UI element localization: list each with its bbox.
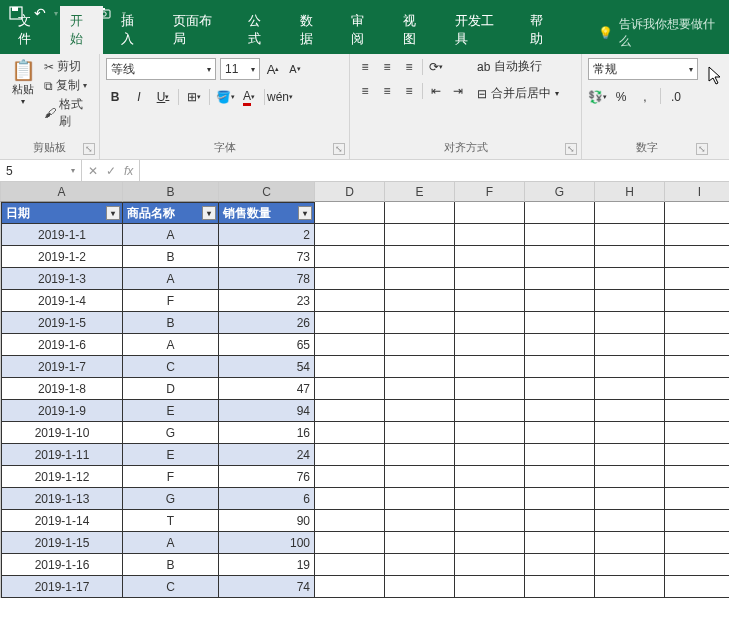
paste-button[interactable]: 📋 粘贴 ▾ [6, 58, 40, 130]
cell[interactable] [595, 466, 665, 488]
col-header-H[interactable]: H [595, 182, 665, 202]
cell[interactable] [665, 268, 729, 290]
tab-data[interactable]: 数据 [290, 6, 334, 54]
table-cell[interactable]: C [123, 356, 219, 378]
cell[interactable] [665, 290, 729, 312]
filter-button[interactable]: ▾ [106, 206, 120, 220]
cell[interactable] [595, 268, 665, 290]
table-header-product[interactable]: 商品名称▾ [123, 202, 219, 224]
table-cell[interactable]: B [123, 554, 219, 576]
table-cell[interactable]: 100 [219, 532, 315, 554]
cell[interactable] [455, 510, 525, 532]
increase-indent-button[interactable]: ⇥ [449, 82, 467, 100]
cell[interactable] [315, 576, 385, 598]
table-cell[interactable]: A [123, 532, 219, 554]
cell[interactable] [665, 532, 729, 554]
cell[interactable] [525, 378, 595, 400]
col-header-C[interactable]: C [219, 182, 315, 202]
cell[interactable] [595, 400, 665, 422]
phonetic-button[interactable]: wén▾ [271, 88, 289, 106]
table-cell[interactable]: 2019-1-1 [1, 224, 123, 246]
tab-review[interactable]: 审阅 [341, 6, 385, 54]
tell-me[interactable]: 💡告诉我你想要做什么 [592, 12, 721, 54]
percent-button[interactable]: % [612, 88, 630, 106]
cell[interactable] [595, 576, 665, 598]
table-cell[interactable]: 94 [219, 400, 315, 422]
cell[interactable] [385, 422, 455, 444]
table-cell[interactable]: 24 [219, 444, 315, 466]
cell[interactable] [315, 246, 385, 268]
align-center-button[interactable]: ≡ [378, 82, 396, 100]
align-middle-button[interactable]: ≡ [378, 58, 396, 76]
orientation-button[interactable]: ⟳▾ [427, 58, 445, 76]
cell[interactable] [525, 554, 595, 576]
cell[interactable] [385, 554, 455, 576]
cell[interactable] [595, 312, 665, 334]
cell[interactable] [315, 532, 385, 554]
accounting-format-button[interactable]: 💱▾ [588, 88, 606, 106]
table-cell[interactable]: F [123, 290, 219, 312]
cell[interactable] [665, 422, 729, 444]
formula-input[interactable] [140, 160, 729, 181]
tab-dev[interactable]: 开发工具 [445, 6, 512, 54]
grid-body[interactable]: 日期▾商品名称▾销售数量▾2019-1-1A22019-1-2B732019-1… [1, 202, 729, 598]
cell[interactable] [595, 290, 665, 312]
cell[interactable] [595, 246, 665, 268]
cell[interactable] [385, 202, 455, 224]
table-cell[interactable]: 76 [219, 466, 315, 488]
cell[interactable] [455, 400, 525, 422]
cell[interactable] [525, 488, 595, 510]
table-cell[interactable]: 2019-1-8 [1, 378, 123, 400]
underline-button[interactable]: U▾ [154, 88, 172, 106]
cell[interactable] [525, 400, 595, 422]
cell[interactable] [665, 202, 729, 224]
table-cell[interactable]: 2019-1-5 [1, 312, 123, 334]
cell[interactable] [385, 356, 455, 378]
cell[interactable] [595, 488, 665, 510]
cell[interactable] [385, 576, 455, 598]
table-cell[interactable]: G [123, 488, 219, 510]
cancel-fx-button[interactable]: ✕ [88, 164, 98, 178]
table-cell[interactable]: 78 [219, 268, 315, 290]
merge-center-button[interactable]: ⊟合并后居中▾ [477, 85, 559, 102]
grow-font-button[interactable]: A▴ [264, 60, 282, 78]
cell[interactable] [455, 466, 525, 488]
table-cell[interactable]: 2019-1-15 [1, 532, 123, 554]
cell[interactable] [315, 444, 385, 466]
number-launcher[interactable]: ⤡ [696, 143, 708, 155]
cell[interactable] [665, 334, 729, 356]
copy-button[interactable]: ⧉复制▾ [44, 77, 93, 94]
italic-button[interactable]: I [130, 88, 148, 106]
cut-button[interactable]: ✂剪切 [44, 58, 93, 75]
cell[interactable] [315, 356, 385, 378]
table-cell[interactable]: 47 [219, 378, 315, 400]
comma-button[interactable]: , [636, 88, 654, 106]
table-cell[interactable]: 2 [219, 224, 315, 246]
cell[interactable] [385, 466, 455, 488]
cell[interactable] [595, 378, 665, 400]
cell[interactable] [665, 312, 729, 334]
table-cell[interactable]: G [123, 422, 219, 444]
cell[interactable] [525, 444, 595, 466]
cell[interactable] [595, 510, 665, 532]
table-cell[interactable]: 2019-1-11 [1, 444, 123, 466]
table-cell[interactable]: B [123, 246, 219, 268]
cell[interactable] [525, 510, 595, 532]
cell[interactable] [315, 400, 385, 422]
table-cell[interactable]: 2019-1-4 [1, 290, 123, 312]
clipboard-launcher[interactable]: ⤡ [83, 143, 95, 155]
decrease-indent-button[interactable]: ⇤ [427, 82, 445, 100]
number-format-select[interactable]: 常规▾ [588, 58, 698, 80]
tab-formula[interactable]: 公式 [238, 6, 282, 54]
font-name-select[interactable]: 等线▾ [106, 58, 216, 80]
table-cell[interactable]: 73 [219, 246, 315, 268]
table-cell[interactable]: 2019-1-14 [1, 510, 123, 532]
fx-button[interactable]: fx [124, 164, 133, 178]
table-cell[interactable]: E [123, 400, 219, 422]
cell[interactable] [315, 378, 385, 400]
format-painter-button[interactable]: 🖌格式刷 [44, 96, 93, 130]
cell[interactable] [455, 224, 525, 246]
table-header-qty[interactable]: 销售数量▾ [219, 202, 315, 224]
cell[interactable] [455, 488, 525, 510]
cell[interactable] [525, 246, 595, 268]
